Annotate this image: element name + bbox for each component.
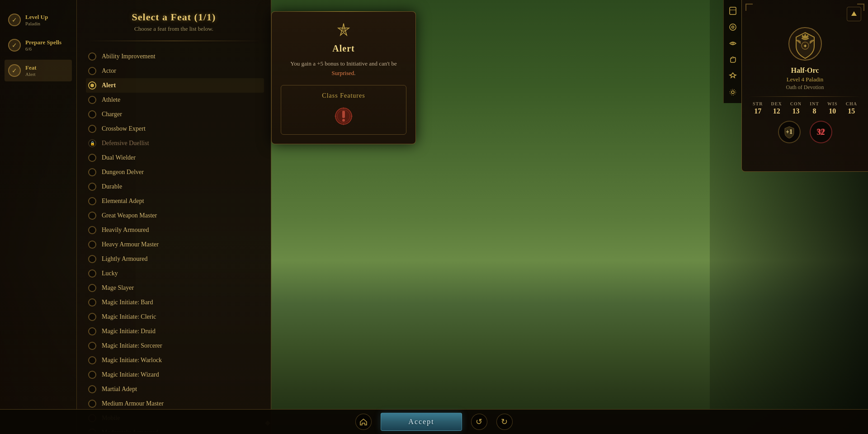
feat-radio-defensive-duellist xyxy=(88,139,96,147)
accept-button[interactable]: Accept xyxy=(381,413,462,431)
step-feat-subtitle: Alert xyxy=(25,71,37,77)
feat-radio-dual-wielder xyxy=(88,154,96,162)
feat-item-great-weapon-master[interactable]: Great Weapon Master xyxy=(86,208,264,223)
stats-row: STR 17 DEX 12 CON 13 INT 8 WIS 10 CHA 15 xyxy=(749,101,861,115)
feat-item-lucky[interactable]: Lucky xyxy=(86,266,264,281)
feat-item-martial-adept[interactable]: Martial Adept xyxy=(86,382,264,396)
feat-item-ability-improvement[interactable]: Ability Improvement xyxy=(86,49,264,64)
feat-item-heavy-armour-master[interactable]: Heavy Armour Master xyxy=(86,237,264,252)
step-feat[interactable]: ✓ Feat Alert xyxy=(5,60,72,81)
feat-radio-martial-adept xyxy=(88,385,96,393)
feat-panel-subtitle: Choose a feat from the list below. xyxy=(88,25,259,33)
feat-item-defensive-duellist[interactable]: Defensive Duellist xyxy=(86,136,264,151)
feat-item-magic-initiate-cleric[interactable]: Magic Initiate: Cleric xyxy=(86,310,264,324)
feat-item-actor[interactable]: Actor xyxy=(86,64,264,78)
detail-feat-icon xyxy=(335,21,353,39)
feat-item-athlete[interactable]: Athlete xyxy=(86,93,264,107)
step-prepare-spells-icon: ✓ xyxy=(8,39,21,52)
step-level-up-subtitle: Paladin xyxy=(25,21,48,26)
detail-highlight: Surprised xyxy=(331,70,354,76)
feat-radio-elemental-adept xyxy=(88,197,96,205)
corner-decoration-tl xyxy=(745,4,753,11)
feat-radio-athlete xyxy=(88,96,96,104)
feat-item-charger[interactable]: Charger xyxy=(86,107,264,122)
svg-point-16 xyxy=(730,90,736,95)
feat-radio-actor xyxy=(88,67,96,75)
feat-radio-lightly-armoured xyxy=(88,255,96,263)
feat-radio-magic-initiate-cleric xyxy=(88,313,96,321)
svg-text:✦: ✦ xyxy=(803,43,807,49)
stat-wis: WIS 10 xyxy=(827,101,837,115)
feat-radio-charger xyxy=(88,110,96,118)
feat-radio-ability-improvement xyxy=(88,52,96,61)
char-class-level: Level 4 Paladin xyxy=(749,76,861,83)
feat-radio-durable xyxy=(88,183,96,191)
hand-icon-btn[interactable] xyxy=(726,52,740,67)
step-level-up-title: Level Up xyxy=(25,14,48,21)
class-features-icon xyxy=(332,105,355,127)
svg-rect-4 xyxy=(342,111,345,118)
svg-point-13 xyxy=(731,26,734,28)
feat-item-magic-initiate-druid[interactable]: Magic Initiate: Druid xyxy=(86,324,264,339)
char-hp-badge: 32 xyxy=(810,121,832,143)
feat-radio-mage-slayer xyxy=(88,284,96,292)
feat-radio-alert xyxy=(88,81,96,90)
undo-button[interactable]: ↺ xyxy=(471,414,487,430)
step-prepare-spells-subtitle: 6/6 xyxy=(25,46,61,52)
detail-feat-desc: You gain a +5 bonus to Initiative and ca… xyxy=(281,59,406,78)
feat-radio-heavily-armoured xyxy=(88,226,96,234)
svg-point-15 xyxy=(731,91,734,94)
feat-radio-magic-initiate-warlock xyxy=(88,356,96,364)
feather-icon-btn[interactable] xyxy=(726,69,740,83)
feat-panel-title: Select a Feat (1/1) xyxy=(88,11,259,23)
bottom-bar: Accept ↺ ↻ xyxy=(0,409,868,434)
svg-rect-10 xyxy=(730,7,736,14)
feat-item-magic-initiate-warlock[interactable]: Magic Initiate: Warlock xyxy=(86,353,264,368)
step-prepare-spells-title: Prepare Spells xyxy=(25,39,61,46)
char-subclass: Oath of Devotion xyxy=(749,84,861,91)
feat-item-magic-initiate-bard[interactable]: Magic Initiate: Bard xyxy=(86,295,264,310)
class-features-title: Class Features xyxy=(288,92,399,99)
feat-list[interactable]: Ability Improvement Actor Alert Athlete … xyxy=(77,47,271,432)
steps-panel: ✓ Level Up Paladin ✓ Prepare Spells 6/6 … xyxy=(0,0,77,434)
char-ac-badge: +1 xyxy=(778,121,801,143)
feat-selection-panel: Select a Feat (1/1) Choose a feat from t… xyxy=(77,0,271,434)
feat-item-durable[interactable]: Durable xyxy=(86,179,264,194)
feat-radio-lucky xyxy=(88,269,96,278)
stat-con: CON 13 xyxy=(790,101,802,115)
undo-icon: ↺ xyxy=(476,417,482,427)
eye-icon-btn[interactable] xyxy=(726,36,740,51)
feat-item-magic-initiate-wizard[interactable]: Magic Initiate: Wizard xyxy=(86,368,264,382)
feat-radio-dungeon-delver xyxy=(88,168,96,176)
feat-item-lightly-armoured[interactable]: Lightly Armoured xyxy=(86,252,264,266)
step-prepare-spells[interactable]: ✓ Prepare Spells 6/6 xyxy=(5,34,72,56)
feat-item-crossbow-expert[interactable]: Crossbow Expert xyxy=(86,122,264,136)
feat-radio-magic-initiate-bard xyxy=(88,298,96,307)
corner-decoration-tr xyxy=(857,4,864,11)
feat-item-elemental-adept[interactable]: Elemental Adept xyxy=(86,194,264,208)
step-level-up-icon: ✓ xyxy=(8,14,21,26)
redo-icon: ↻ xyxy=(501,417,508,427)
feat-item-dual-wielder[interactable]: Dual Wielder xyxy=(86,151,264,165)
snowflake-icon-btn[interactable] xyxy=(726,20,740,34)
stat-dex: DEX 12 xyxy=(771,101,782,115)
feat-item-magic-initiate-sorcerer[interactable]: Magic Initiate: Sorcerer xyxy=(86,339,264,353)
hp-value: 32 xyxy=(817,127,825,137)
stat-cha: CHA 15 xyxy=(846,101,857,115)
step-level-up[interactable]: ✓ Level Up Paladin xyxy=(5,9,72,31)
home-button[interactable] xyxy=(355,414,372,430)
char-divider xyxy=(749,96,861,97)
redo-button[interactable]: ↻ xyxy=(496,414,513,430)
gear-icon-btn[interactable] xyxy=(726,85,740,99)
step-feat-icon: ✓ xyxy=(8,64,21,77)
svg-point-1 xyxy=(342,28,345,32)
portrait-icon-btn[interactable] xyxy=(726,4,740,18)
feat-radio-magic-initiate-wizard xyxy=(88,371,96,379)
feat-item-dungeon-delver[interactable]: Dungeon Delver xyxy=(86,165,264,179)
feat-item-alert[interactable]: Alert xyxy=(86,78,264,93)
svg-marker-17 xyxy=(851,11,857,16)
feat-item-heavily-armoured[interactable]: Heavily Armoured xyxy=(86,223,264,237)
char-emblem: ✦ xyxy=(787,26,823,62)
feat-item-mage-slayer[interactable]: Mage Slayer xyxy=(86,281,264,295)
stat-int: INT 8 xyxy=(810,101,819,115)
